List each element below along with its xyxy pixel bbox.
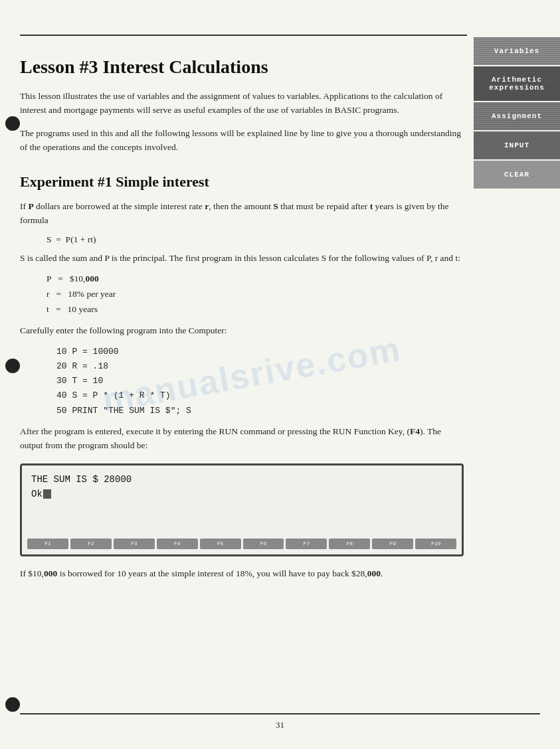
sidebar-item-variables[interactable]: Variables [474, 37, 560, 65]
fkey-f2: F2 [70, 539, 112, 549]
fkey-f1: F1 [27, 539, 68, 549]
sidebar-label-variables: Variables [494, 47, 539, 55]
top-rule [20, 35, 467, 36]
code-line-1: 10 P = 10000 [56, 345, 464, 359]
experiment-para1: If P dollars are borrowed at the simple … [20, 200, 464, 228]
experiment-para4: After the program is entered, execute it… [20, 425, 464, 453]
experiment-para5: If $10,000 is borrowed for 10 years at t… [20, 567, 464, 581]
value-p: P = $10,000 [47, 272, 464, 287]
sidebar: Variables Arithmetic expressions Assignm… [474, 37, 560, 189]
fkey-f5: F5 [200, 539, 241, 549]
code-line-2: 20 R = .18 [56, 359, 464, 374]
sidebar-label-clear: CLEAR [504, 171, 529, 179]
bullet-3 [5, 697, 20, 712]
experiment-title: Experiment #1 Simple interest [20, 173, 464, 191]
fkey-bar: F1 F2 F3 F4 F5 F6 F7 F8 F9 F10 [27, 537, 456, 550]
fkey-f4: F4 [157, 539, 198, 549]
experiment-para2: S is called the sum and P is the princip… [20, 252, 464, 266]
page: Variables Arithmetic expressions Assignm… [0, 0, 560, 749]
main-content: Lesson #3 Interest Calculations This les… [20, 37, 464, 712]
computer-screen: THE SUM IS $ 28000 Ok F1 F2 F3 F4 F5 F6 … [20, 463, 464, 556]
screen-line-1: THE SUM IS $ 28000 [31, 472, 452, 487]
fkey-f9: F9 [372, 539, 413, 549]
formula: S = P(1 + rt) [47, 234, 464, 245]
sidebar-item-input[interactable]: INPUT [474, 131, 560, 159]
code-block: 10 P = 10000 20 R = .18 30 T = 10 40 S =… [56, 345, 464, 418]
code-line-3: 30 T = 10 [56, 374, 464, 388]
bullet-1 [5, 116, 20, 131]
values-block: P = $10,000 r = 18% per year t = 10 year… [47, 272, 464, 317]
intro-paragraph-1: This lesson illustrates the use of varia… [20, 90, 464, 118]
lesson-title: Lesson #3 Interest Calculations [20, 56, 464, 78]
fkey-f8: F8 [329, 539, 370, 549]
fkey-f6: F6 [243, 539, 284, 549]
sidebar-item-arithmetic[interactable]: Arithmetic expressions [474, 66, 560, 101]
sidebar-label-input: INPUT [504, 141, 529, 149]
sidebar-label-arithmetic: Arithmetic expressions [489, 76, 545, 92]
page-number: 31 [276, 720, 284, 730]
value-t: t = 10 years [47, 302, 464, 317]
intro-paragraph-2: The programs used in this and all the fo… [20, 127, 464, 155]
sidebar-label-assignment: Assignment [492, 112, 542, 120]
fkey-f7: F7 [286, 539, 327, 549]
fkey-f3: F3 [114, 539, 155, 549]
bottom-rule [20, 713, 540, 714]
experiment-para3: Carefully enter the following program in… [20, 324, 464, 338]
sidebar-item-clear[interactable]: CLEAR [474, 161, 560, 189]
fkey-f10: F10 [415, 539, 456, 549]
sidebar-item-assignment[interactable]: Assignment [474, 102, 560, 130]
screen-line-2: Ok [31, 487, 452, 501]
code-line-5: 50 PRINT "THE SUM IS $"; S [56, 404, 464, 418]
screen-cursor [43, 489, 51, 499]
bullet-2 [5, 359, 20, 373]
value-r: r = 18% per year [47, 287, 464, 302]
screen-output: THE SUM IS $ 28000 Ok [31, 472, 452, 502]
code-line-4: 40 S = P * (1 + R * T) [56, 388, 464, 403]
